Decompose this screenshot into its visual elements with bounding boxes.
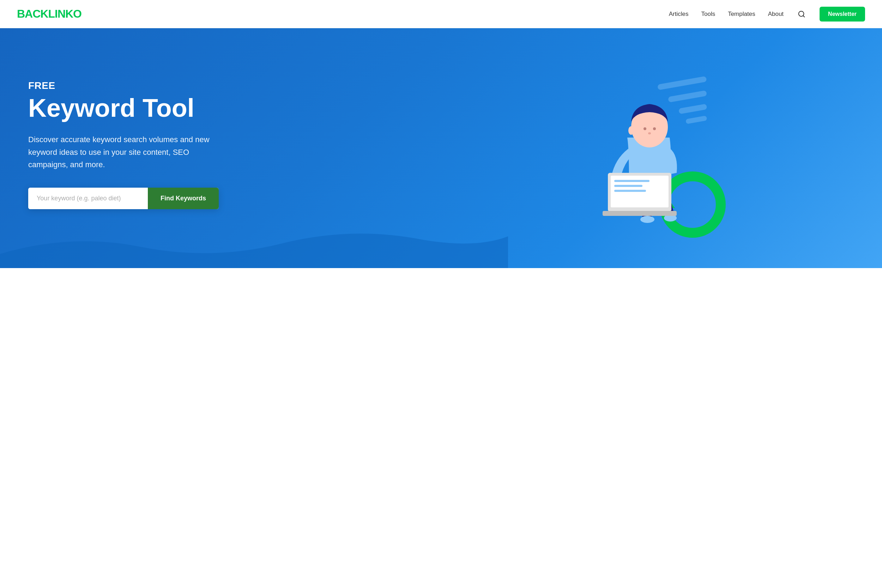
svg-rect-20: [603, 211, 676, 216]
svg-line-1: [803, 15, 804, 17]
svg-point-9: [664, 214, 676, 222]
svg-point-13: [648, 132, 651, 134]
svg-point-14: [628, 126, 634, 135]
nav-item-tools[interactable]: Tools: [701, 10, 715, 18]
logo-link[interactable]: BACKLINKО: [17, 8, 81, 21]
svg-point-12: [653, 128, 656, 130]
svg-rect-3: [668, 90, 707, 103]
svg-rect-16: [611, 176, 669, 207]
nav-item-templates[interactable]: Templates: [728, 10, 755, 18]
svg-rect-5: [686, 116, 707, 124]
hero-content: FREE Keyword Tool Discover accurate keyw…: [28, 80, 219, 209]
svg-rect-2: [657, 76, 707, 90]
svg-rect-15: [608, 173, 671, 212]
hero-title: Keyword Tool: [28, 94, 219, 122]
site-header: BACKLINKО Articles Tools Templates About…: [0, 0, 882, 28]
svg-point-8: [640, 216, 654, 223]
newsletter-button[interactable]: Newsletter: [819, 7, 865, 21]
main-nav: Articles Tools Templates About Newslette…: [669, 7, 865, 21]
search-icon: [798, 10, 806, 18]
svg-rect-19: [614, 190, 646, 192]
svg-rect-17: [614, 180, 650, 182]
hero-section: FREE Keyword Tool Discover accurate keyw…: [0, 28, 882, 268]
svg-point-10: [631, 106, 668, 147]
hero-description: Discover accurate keyword search volumes…: [28, 134, 219, 171]
nav-item-articles[interactable]: Articles: [669, 10, 688, 18]
find-keywords-button[interactable]: Find Keywords: [148, 188, 219, 209]
svg-marker-7: [651, 160, 676, 208]
hero-wave: [0, 226, 508, 268]
search-button-icon[interactable]: [796, 9, 807, 20]
svg-rect-6: [640, 176, 651, 215]
svg-rect-18: [614, 185, 642, 187]
svg-rect-4: [678, 104, 707, 114]
svg-point-11: [644, 128, 646, 130]
hero-free-label: FREE: [28, 80, 219, 92]
nav-item-about[interactable]: About: [768, 10, 784, 18]
green-ring-decoration: [664, 176, 721, 233]
logo-text: BACKLINKО: [17, 8, 81, 21]
keyword-search-bar: Find Keywords: [28, 188, 219, 209]
keyword-search-input[interactable]: [28, 188, 148, 209]
